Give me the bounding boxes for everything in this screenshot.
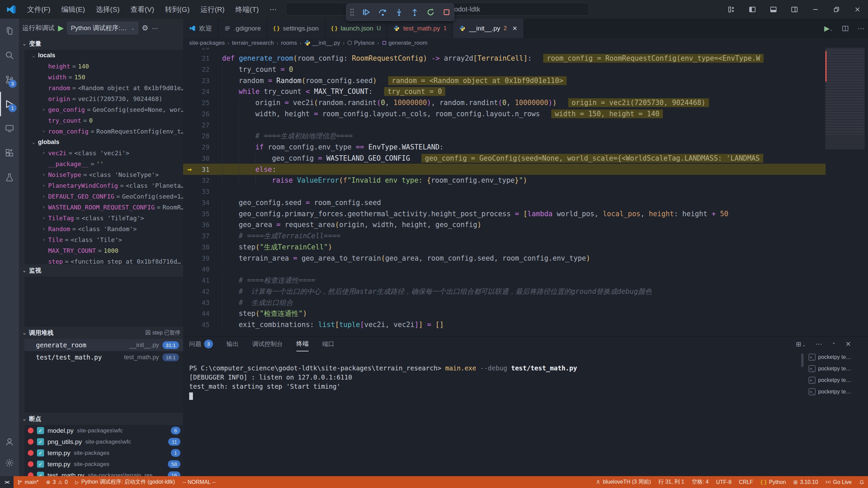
menu-运行(R)[interactable]: 运行(R) xyxy=(195,3,230,16)
tab-欢迎[interactable]: 欢迎 xyxy=(183,19,218,38)
variable-row[interactable]: ›WASTELAND_ROOM_REQUEST_CONFIG=RoomR… xyxy=(24,202,183,212)
breadcrumb-item[interactable]: terrain_research xyxy=(232,40,274,46)
close-button[interactable] xyxy=(847,0,868,19)
problems[interactable]: ⊗3⚠0 xyxy=(42,476,72,488)
terminal-instance[interactable]: >_pocketpy te… xyxy=(809,351,868,363)
go-live[interactable]: Go Live xyxy=(822,476,855,488)
scope-globals[interactable]: ⌄globals xyxy=(24,137,183,147)
watch-section-header[interactable]: ⌄ 监视 xyxy=(19,264,183,277)
panel-tab-问题[interactable]: 问题3 xyxy=(189,337,213,351)
code-line-21[interactable]: 21def generate_room(room_config: RoomReq… xyxy=(183,53,826,64)
code-line-33[interactable]: 33 xyxy=(183,186,826,197)
code-line-30[interactable]: 30geo_config = WASTELAND_GEO_CONFIGgeo_c… xyxy=(183,153,826,164)
restart-icon[interactable] xyxy=(426,8,435,17)
breakpoint-checkbox[interactable]: ✓ xyxy=(37,472,44,476)
more-button[interactable]: ⋯ xyxy=(857,24,865,33)
eol[interactable]: CRLF xyxy=(735,476,757,488)
variable-row[interactable]: step=<function step at 0x1bf8d716d… xyxy=(24,256,183,264)
code-line-22[interactable]: 22try_count = 0 xyxy=(183,64,826,75)
activity-account[interactable] xyxy=(0,431,19,452)
code-line-36[interactable]: 36geo_area = request_area(origin, width,… xyxy=(183,219,826,230)
activity-scm[interactable]: 3 xyxy=(0,67,19,92)
start-debug-icon[interactable]: ▶ xyxy=(58,24,64,33)
split-button[interactable] xyxy=(842,25,849,32)
activity-extensions[interactable] xyxy=(0,141,19,165)
code-editor[interactable]: 2021def generate_room(room_config: RoomR… xyxy=(183,48,868,336)
variable-row[interactable]: ›DEFAULT_GEO_CONFIG=GeoConfig(seed=1… xyxy=(24,191,183,202)
tab-launch.json[interactable]: { }launch.jsonU xyxy=(325,19,387,38)
call-stack-frame[interactable]: generate_room__init__.py31:1 xyxy=(24,339,183,351)
more-button[interactable]: ⋯ xyxy=(815,340,822,348)
tab-test_math.py[interactable]: test_math.py1 xyxy=(387,19,453,38)
close-icon[interactable]: ✕ xyxy=(512,25,517,32)
minimize-button[interactable] xyxy=(805,0,826,19)
variable-row[interactable]: ›Random=<class 'Random'> xyxy=(24,223,183,234)
maximize-button[interactable]: ⌃ xyxy=(832,340,836,348)
code-line-28[interactable]: 28# ====生成初始地理信息==== xyxy=(183,130,826,142)
breakpoint-row[interactable]: ✓temp.pysite-packages58 xyxy=(24,459,183,470)
menu-⋯[interactable]: ⋯ xyxy=(264,3,282,16)
variable-row[interactable]: __package__='' xyxy=(24,158,183,169)
expand-chevron-icon[interactable]: › xyxy=(39,194,48,199)
breadcrumb-item[interactable]: __init__.py xyxy=(304,40,340,46)
notifications[interactable] xyxy=(855,476,868,488)
gear-icon[interactable]: ⚙ xyxy=(142,24,149,33)
activity-debug[interactable]: 1 xyxy=(0,92,19,116)
toggle-right-sidebar-button[interactable] xyxy=(784,0,805,19)
breadcrumb-item[interactable]: rooms xyxy=(281,40,297,46)
menu-查看(V)[interactable]: 查看(V) xyxy=(125,3,160,16)
code-line-29[interactable]: 29if room_config.env_type == EnvType.WAS… xyxy=(183,142,826,153)
terminal-scrollbar[interactable] xyxy=(801,353,804,367)
python-version[interactable]: ⊞3.10.10 xyxy=(790,476,822,488)
code-line-20[interactable]: 20 xyxy=(183,48,826,53)
breakpoint-checkbox[interactable]: ✓ xyxy=(37,427,44,434)
code-line-24[interactable]: 24while try_count < MAX_TRY_COUNT:try_co… xyxy=(183,86,826,97)
menu-文件(F)[interactable]: 文件(F) xyxy=(22,3,56,16)
breadcrumb-item[interactable]: generate_room xyxy=(382,40,428,46)
encoding[interactable]: UTF-8 xyxy=(712,476,735,488)
variable-row[interactable]: MAX_TRY_COUNT=1000 xyxy=(24,245,183,256)
stop-icon[interactable] xyxy=(442,8,451,16)
indentation[interactable]: 空格: 4 xyxy=(688,476,712,488)
tab-settings.json[interactable]: { }settings.json xyxy=(267,19,325,38)
scope-locals[interactable]: ⌄locals xyxy=(24,50,183,61)
restore-button[interactable] xyxy=(826,0,847,19)
continue-icon[interactable] xyxy=(362,8,371,17)
breakpoint-row[interactable]: ✓test_math.pysite-packages\terrain_res…1… xyxy=(24,470,183,476)
expand-chevron-icon[interactable]: › xyxy=(39,183,48,188)
variable-row[interactable]: ›TileTag=<class 'TileTag'> xyxy=(24,212,183,223)
git-branch[interactable]: main* xyxy=(14,476,42,488)
terminal-instance[interactable]: >_pocketpy te… xyxy=(809,386,868,398)
variable-row[interactable]: origin=vec2i(7205730, 9024468) xyxy=(24,93,183,104)
variable-row[interactable]: ›geo_config=GeoConfig(seed=None, wor… xyxy=(24,104,183,115)
code-line-41[interactable]: 41# ====检查连通性==== xyxy=(183,275,826,286)
menu-编辑(E)[interactable]: 编辑(E) xyxy=(56,3,91,16)
code-line-25[interactable]: 25origin = vec2i(random.randint(0, 10000… xyxy=(183,97,826,108)
terminal-instance[interactable]: >_pocketpy te… xyxy=(809,374,868,386)
variable-row[interactable]: ›vec2i=<class 'vec2i'> xyxy=(24,147,183,158)
tab-.gdignore[interactable]: .gdignore xyxy=(218,19,267,38)
expand-chevron-icon[interactable]: › xyxy=(39,204,48,210)
toggle-sidebar-button[interactable] xyxy=(742,0,763,19)
variable-row[interactable]: ›NoiseType=<class 'NoiseType'> xyxy=(24,169,183,180)
menu-终端(T)[interactable]: 终端(T) xyxy=(230,3,264,16)
launch-config-select[interactable]: Python 调试程序: 启 ⌄ xyxy=(67,22,138,35)
git-blame[interactable]: blueloveTH (3 周前) xyxy=(592,476,654,488)
cursor-position[interactable]: 行 31, 列 1 xyxy=(655,476,688,488)
call-stack-frame[interactable]: test/test_math.pytest_math.py16:1 xyxy=(24,351,183,363)
close-button[interactable]: ✕ xyxy=(845,340,851,348)
run-button[interactable]: ▶⌄ xyxy=(824,24,833,33)
code-line-23[interactable]: 23random = Random(room_config.seed)rando… xyxy=(183,75,826,86)
variable-row[interactable]: ›Tile=<class 'Tile'> xyxy=(24,234,183,245)
expand-chevron-icon[interactable]: › xyxy=(39,107,48,112)
breakpoint-row[interactable]: ✓png_utils.pysite-packages\wfc11 xyxy=(24,436,183,447)
activity-remote-explorer[interactable] xyxy=(0,116,19,141)
code-line-35[interactable]: 35geo_config.primary_forces.geothermal_a… xyxy=(183,208,826,219)
breakpoints-section-header[interactable]: ⌄ 断点 xyxy=(19,413,183,425)
panel-tab-调试控制台[interactable]: 调试控制台 xyxy=(252,337,283,351)
menu-转到(G)[interactable]: 转到(G) xyxy=(160,3,195,16)
tab-__init__.py[interactable]: __init__.py2✕ xyxy=(453,19,524,38)
terminal-instance[interactable]: >_pocketpy te… xyxy=(809,363,868,374)
variable-row[interactable]: ›room_config=RoomRequestConfig(env_t… xyxy=(24,126,183,137)
activity-search[interactable] xyxy=(0,43,19,67)
